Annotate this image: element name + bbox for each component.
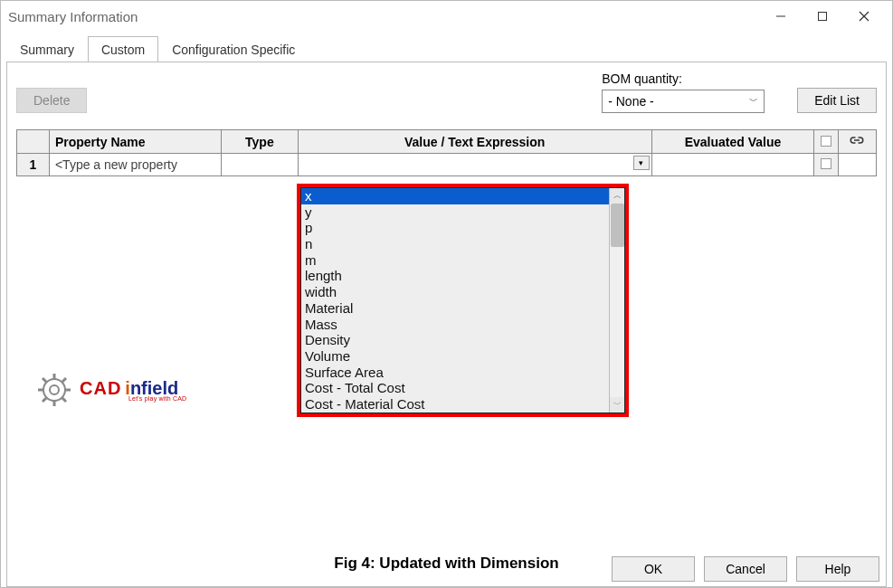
watermark-logo: CAD infield Let's play with CAD [34, 370, 186, 410]
type-cell[interactable] [222, 154, 299, 176]
dropdown-scrollbar[interactable]: ︿ ﹀ [609, 188, 624, 413]
dropdown-item[interactable]: length [301, 268, 624, 284]
dialog-body: Summary Custom Configuration Specific De… [1, 32, 892, 587]
dropdown-item[interactable]: y [301, 204, 624, 221]
delete-button[interactable]: Delete [16, 88, 87, 113]
svg-line-13 [43, 398, 46, 402]
dropdown-item[interactable]: x [301, 188, 624, 204]
col-type: Type [222, 130, 299, 154]
grid-corner [17, 130, 50, 154]
dropdown-item[interactable]: Volume [301, 348, 624, 365]
evaluated-cell [651, 154, 814, 176]
property-name-cell[interactable]: <Type a new property [49, 154, 221, 176]
dropdown-item[interactable]: Material [301, 300, 624, 317]
link-icon [849, 135, 865, 149]
tab-custom[interactable]: Custom [88, 36, 158, 62]
dropdown-item[interactable]: Mass [301, 317, 624, 333]
dropdown-item[interactable]: n [301, 236, 624, 252]
titlebar: Summary Information [1, 1, 892, 32]
value-cell[interactable]: ▾ [298, 154, 651, 176]
pencil-icon: i [125, 378, 130, 399]
dialog-footer: OK Cancel Help [612, 556, 879, 582]
col-checkbox [814, 130, 838, 154]
properties-grid: Property Name Type Value / Text Expressi… [16, 129, 877, 176]
scroll-thumb[interactable] [611, 204, 624, 247]
toolbar-row: Delete BOM quantity: - None - ﹀ Edit Lis… [16, 71, 877, 113]
bom-quantity-value: - None - [608, 94, 654, 109]
bom-label: BOM quantity: [602, 71, 765, 86]
bom-group: BOM quantity: - None - ﹀ [602, 71, 765, 113]
table-row[interactable]: 1 <Type a new property ▾ [17, 154, 877, 176]
dropdown-item[interactable]: m [301, 252, 624, 269]
window: Summary Information Summary Custom Confi… [0, 0, 893, 588]
scroll-up-icon[interactable]: ︿ [610, 188, 624, 204]
maximize-button[interactable] [802, 3, 843, 30]
svg-line-11 [62, 398, 66, 402]
bom-quantity-select[interactable]: - None - ﹀ [602, 90, 765, 113]
cancel-button[interactable]: Cancel [704, 556, 787, 582]
row-checkbox[interactable] [814, 154, 838, 176]
grid-header-row: Property Name Type Value / Text Expressi… [17, 130, 877, 154]
col-link [838, 130, 876, 154]
svg-line-12 [62, 378, 66, 382]
svg-point-4 [43, 379, 65, 401]
logo-tagline: Let's play with CAD [128, 395, 186, 402]
row-number: 1 [17, 154, 50, 176]
chevron-down-icon: ﹀ [749, 95, 758, 108]
dropdown-item[interactable]: width [301, 284, 624, 300]
col-value: Value / Text Expression [298, 130, 651, 154]
scroll-down-icon[interactable]: ﹀ [610, 397, 624, 413]
edit-list-button[interactable]: Edit List [797, 88, 877, 113]
minimize-button[interactable] [760, 3, 802, 30]
svg-point-5 [50, 385, 59, 394]
dropdown-item[interactable]: Surface Area [301, 365, 624, 381]
value-dropdown-button[interactable]: ▾ [633, 156, 650, 170]
svg-line-10 [43, 378, 46, 382]
svg-rect-1 [819, 13, 827, 21]
tab-summary[interactable]: Summary [6, 36, 88, 62]
value-dropdown-list[interactable]: x y p n m length width Material Mass Den… [300, 187, 625, 413]
col-evaluated: Evaluated Value [651, 130, 814, 154]
tab-bar: Summary Custom Configuration Specific [6, 35, 887, 62]
ok-button[interactable]: OK [612, 556, 695, 582]
dropdown-item[interactable]: p [301, 220, 624, 236]
col-property-name: Property Name [49, 130, 221, 154]
dropdown-item[interactable]: Density [301, 332, 624, 348]
gear-icon [34, 370, 74, 410]
help-button[interactable]: Help [796, 556, 879, 582]
dropdown-item[interactable]: Cost - Total Cost [301, 380, 624, 396]
window-title: Summary Information [8, 9, 760, 24]
dropdown-item[interactable]: Cost - Material Cost [301, 396, 624, 413]
row-link-cell[interactable] [838, 154, 876, 176]
tab-configuration-specific[interactable]: Configuration Specific [158, 36, 309, 62]
value-dropdown-highlight: x y p n m length width Material Mass Den… [297, 184, 629, 417]
close-button[interactable] [843, 3, 885, 30]
